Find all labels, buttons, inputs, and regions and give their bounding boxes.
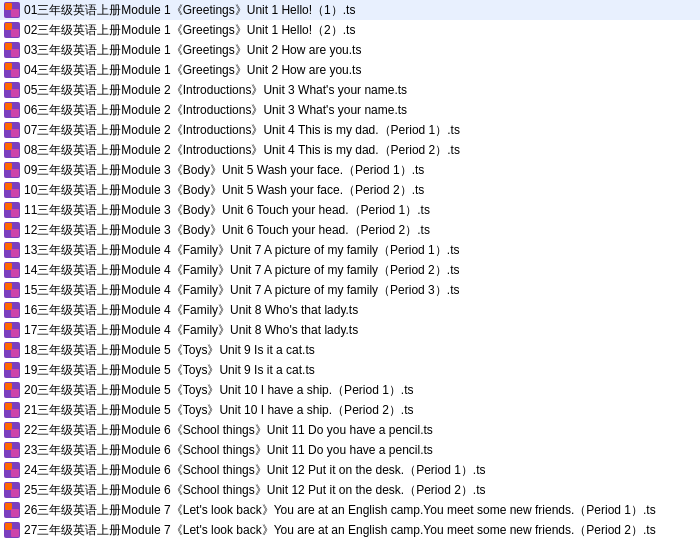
ts-file-icon: [4, 402, 20, 418]
list-item[interactable]: 20三年级英语上册Module 5《Toys》Unit 10 I have a …: [0, 380, 700, 400]
svg-rect-80: [11, 529, 19, 537]
list-item[interactable]: 22三年级英语上册Module 6《School things》Unit 11 …: [0, 420, 700, 440]
ts-file-icon: [4, 462, 20, 478]
file-name-label: 07三年级英语上册Module 2《Introductions》Unit 4 T…: [24, 121, 460, 139]
file-name-label: 06三年级英语上册Module 2《Introductions》Unit 3 W…: [24, 101, 407, 119]
svg-rect-74: [11, 489, 19, 497]
svg-rect-1: [5, 3, 12, 10]
svg-rect-58: [5, 383, 12, 390]
ts-file-icon: [4, 422, 20, 438]
svg-rect-61: [5, 403, 12, 410]
file-name-label: 11三年级英语上册Module 3《Body》Unit 6 Touch your…: [24, 201, 430, 219]
list-item[interactable]: 14三年级英语上册Module 4《Family》Unit 7 A pictur…: [0, 260, 700, 280]
svg-rect-13: [5, 83, 12, 90]
ts-file-icon: [4, 482, 20, 498]
file-name-label: 12三年级英语上册Module 3《Body》Unit 6 Touch your…: [24, 221, 430, 239]
ts-file-icon: [4, 342, 20, 358]
file-name-label: 13三年级英语上册Module 4《Family》Unit 7 A pictur…: [24, 241, 459, 259]
svg-rect-37: [5, 243, 12, 250]
svg-rect-56: [11, 369, 19, 377]
file-name-label: 23三年级英语上册Module 6《School things》Unit 11 …: [24, 441, 433, 459]
list-item[interactable]: 12三年级英语上册Module 3《Body》Unit 6 Touch your…: [0, 220, 700, 240]
file-name-label: 17三年级英语上册Module 4《Family》Unit 8 Who's th…: [24, 321, 358, 339]
list-item[interactable]: 05三年级英语上册Module 2《Introductions》Unit 3 W…: [0, 80, 700, 100]
list-item[interactable]: 21三年级英语上册Module 5《Toys》Unit 10 I have a …: [0, 400, 700, 420]
svg-rect-17: [11, 109, 19, 117]
list-item[interactable]: 27三年级英语上册Module 7《Let's look back》You ar…: [0, 520, 700, 540]
svg-rect-76: [5, 503, 12, 510]
svg-rect-77: [11, 509, 19, 517]
svg-rect-20: [11, 129, 19, 137]
list-item[interactable]: 26三年级英语上册Module 7《Let's look back》You ar…: [0, 500, 700, 520]
list-item[interactable]: 16三年级英语上册Module 4《Family》Unit 8 Who's th…: [0, 300, 700, 320]
svg-rect-53: [11, 349, 19, 357]
ts-file-icon: [4, 262, 20, 278]
ts-file-icon: [4, 282, 20, 298]
list-item[interactable]: 08三年级英语上册Module 2《Introductions》Unit 4 T…: [0, 140, 700, 160]
svg-rect-28: [5, 183, 12, 190]
svg-rect-23: [11, 149, 19, 157]
file-name-label: 04三年级英语上册Module 1《Greetings》Unit 2 How a…: [24, 61, 361, 79]
svg-rect-68: [11, 449, 19, 457]
file-list: 01三年级英语上册Module 1《Greetings》Unit 1 Hello…: [0, 0, 700, 540]
svg-rect-43: [5, 283, 12, 290]
list-item[interactable]: 03三年级英语上册Module 1《Greetings》Unit 2 How a…: [0, 40, 700, 60]
list-item[interactable]: 10三年级英语上册Module 3《Body》Unit 5 Wash your …: [0, 180, 700, 200]
svg-rect-31: [5, 203, 12, 210]
svg-rect-49: [5, 323, 12, 330]
list-item[interactable]: 09三年级英语上册Module 3《Body》Unit 5 Wash your …: [0, 160, 700, 180]
list-item[interactable]: 04三年级英语上册Module 1《Greetings》Unit 2 How a…: [0, 60, 700, 80]
svg-rect-64: [5, 423, 12, 430]
svg-rect-41: [11, 269, 19, 277]
svg-rect-26: [11, 169, 19, 177]
ts-file-icon: [4, 322, 20, 338]
file-name-label: 02三年级英语上册Module 1《Greetings》Unit 1 Hello…: [24, 21, 355, 39]
ts-file-icon: [4, 202, 20, 218]
list-item[interactable]: 15三年级英语上册Module 4《Family》Unit 7 A pictur…: [0, 280, 700, 300]
list-item[interactable]: 24三年级英语上册Module 6《School things》Unit 12 …: [0, 460, 700, 480]
file-name-label: 15三年级英语上册Module 4《Family》Unit 7 A pictur…: [24, 281, 459, 299]
ts-file-icon: [4, 162, 20, 178]
ts-file-icon: [4, 142, 20, 158]
file-name-label: 20三年级英语上册Module 5《Toys》Unit 10 I have a …: [24, 381, 413, 399]
list-item[interactable]: 13三年级英语上册Module 4《Family》Unit 7 A pictur…: [0, 240, 700, 260]
svg-rect-50: [11, 329, 19, 337]
ts-file-icon: [4, 42, 20, 58]
file-name-label: 08三年级英语上册Module 2《Introductions》Unit 4 T…: [24, 141, 460, 159]
file-name-label: 22三年级英语上册Module 6《School things》Unit 11 …: [24, 421, 433, 439]
svg-rect-14: [11, 89, 19, 97]
list-item[interactable]: 17三年级英语上册Module 4《Family》Unit 8 Who's th…: [0, 320, 700, 340]
svg-rect-19: [5, 123, 12, 130]
ts-file-icon: [4, 362, 20, 378]
list-item[interactable]: 11三年级英语上册Module 3《Body》Unit 6 Touch your…: [0, 200, 700, 220]
list-item[interactable]: 06三年级英语上册Module 2《Introductions》Unit 3 W…: [0, 100, 700, 120]
svg-rect-79: [5, 523, 12, 530]
list-item[interactable]: 01三年级英语上册Module 1《Greetings》Unit 1 Hello…: [0, 0, 700, 20]
svg-rect-40: [5, 263, 12, 270]
svg-rect-44: [11, 289, 19, 297]
svg-rect-38: [11, 249, 19, 257]
svg-rect-16: [5, 103, 12, 110]
list-item[interactable]: 25三年级英语上册Module 6《School things》Unit 12 …: [0, 480, 700, 500]
ts-file-icon: [4, 2, 20, 18]
svg-rect-46: [5, 303, 12, 310]
file-name-label: 21三年级英语上册Module 5《Toys》Unit 10 I have a …: [24, 401, 413, 419]
ts-file-icon: [4, 122, 20, 138]
file-name-label: 10三年级英语上册Module 3《Body》Unit 5 Wash your …: [24, 181, 424, 199]
file-name-label: 18三年级英语上册Module 5《Toys》Unit 9 Is it a ca…: [24, 341, 315, 359]
svg-rect-35: [11, 229, 19, 237]
list-item[interactable]: 02三年级英语上册Module 1《Greetings》Unit 1 Hello…: [0, 20, 700, 40]
svg-rect-8: [11, 49, 19, 57]
list-item[interactable]: 18三年级英语上册Module 5《Toys》Unit 9 Is it a ca…: [0, 340, 700, 360]
list-item[interactable]: 23三年级英语上册Module 6《School things》Unit 11 …: [0, 440, 700, 460]
svg-rect-67: [5, 443, 12, 450]
ts-file-icon: [4, 382, 20, 398]
list-item[interactable]: 19三年级英语上册Module 5《Toys》Unit 9 Is it a ca…: [0, 360, 700, 380]
svg-rect-65: [11, 429, 19, 437]
svg-rect-34: [5, 223, 12, 230]
list-item[interactable]: 07三年级英语上册Module 2《Introductions》Unit 4 T…: [0, 120, 700, 140]
svg-rect-47: [11, 309, 19, 317]
svg-rect-5: [11, 29, 19, 37]
file-name-label: 27三年级英语上册Module 7《Let's look back》You ar…: [24, 521, 656, 539]
ts-file-icon: [4, 22, 20, 38]
